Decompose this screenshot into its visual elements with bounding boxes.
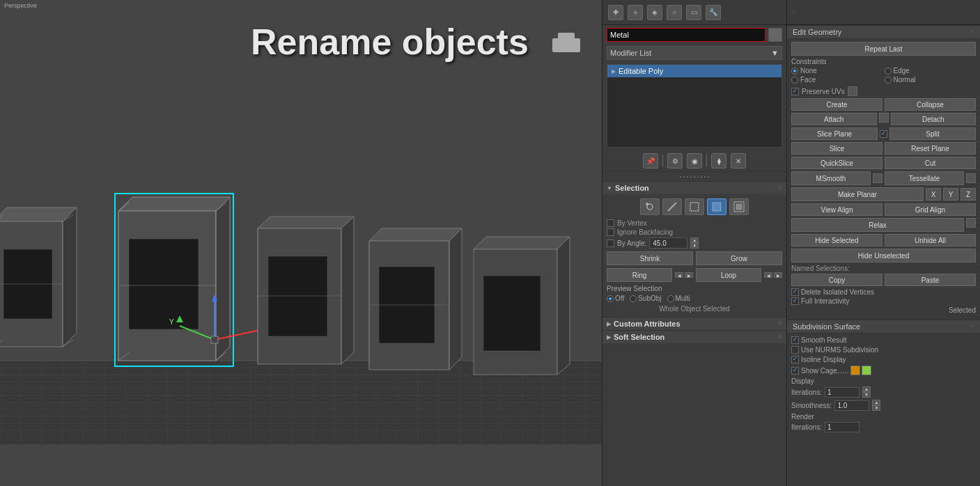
grow-button[interactable]: Grow [696,251,782,265]
ring-prev-icon[interactable]: ◀ [675,272,683,278]
by-angle-input[interactable] [649,237,687,249]
ignore-backfacing-checkbox[interactable] [607,228,614,236]
grid-align-button[interactable]: Grid Align [885,203,976,216]
tessellate-swatch[interactable] [966,173,976,183]
utilities-icon[interactable]: 🔧 [706,5,721,20]
create-geometry-icon[interactable]: ✚ [608,5,623,20]
preserve-uvs-swatch[interactable] [848,86,857,96]
reset-plane-button[interactable]: Reset Plane [885,142,976,155]
tessellate-button[interactable]: Tessellate [885,171,964,185]
motion-icon[interactable]: ○ [667,5,682,20]
split-checkbox[interactable] [880,130,887,138]
by-vertex-checkbox[interactable] [607,219,614,227]
soft-selection-header[interactable]: ▶ Soft Selection ⠿ [602,331,786,343]
x-button[interactable]: X [926,188,941,201]
hide-unselected-button[interactable]: Hide Unselected [791,249,976,262]
cage-color1-swatch[interactable] [850,366,860,375]
preview-multi-item[interactable]: Multi [667,295,690,302]
use-nurms-checkbox[interactable] [791,346,799,354]
pin-icon[interactable]: 📌 [643,153,658,168]
active-shade-icon[interactable]: ◉ [687,153,702,168]
loop-prev-icon[interactable]: ◀ [764,272,772,278]
subdivision-surface-header[interactable]: Subdivision Surface ⠿ [787,320,980,334]
msmooth-swatch[interactable] [873,173,882,183]
preserve-uvs-checkbox[interactable] [791,88,799,95]
preview-multi-radio[interactable] [667,295,674,302]
delete-isolated-checkbox[interactable] [791,288,799,296]
show-cage-checkbox[interactable] [791,367,799,375]
collapse-button[interactable]: Collapse [885,98,976,111]
preview-off-item[interactable]: Off [607,295,624,302]
smooth-result-checkbox[interactable] [791,336,799,344]
loop-button[interactable]: Loop [696,268,761,282]
iterations-down-icon[interactable]: ▼ [862,392,871,398]
render-iterations-input[interactable] [825,422,860,432]
ring-next-icon[interactable]: ▶ [685,272,693,278]
preview-off-radio[interactable] [607,295,614,302]
by-angle-down-icon[interactable]: ▼ [690,243,699,249]
by-angle-up-icon[interactable]: ▲ [690,237,699,243]
attach-swatch[interactable] [879,113,889,123]
by-angle-spinners[interactable]: ▲ ▼ [690,237,699,249]
selection-header[interactable]: ▼ Selection ⠿ [602,182,786,194]
modify-icon[interactable]: ⟡ [628,5,643,20]
view-align-button[interactable]: View Align [791,203,882,216]
relax-button[interactable]: Relax [791,218,964,232]
edge-mode-icon[interactable] [662,198,682,215]
remove-modifier-icon[interactable]: ✕ [731,153,746,168]
quickslice-button[interactable]: QuickSlice [791,157,882,169]
shrink-button[interactable]: Shrink [607,251,693,265]
cage-color2-swatch[interactable] [862,366,871,375]
repeat-last-button[interactable]: Repeat Last [791,42,976,56]
object-name-input[interactable] [607,28,765,42]
configure-modifier-icon[interactable]: ⚙ [667,153,683,168]
make-planar-button[interactable]: Make Planar [791,187,924,201]
attach-button[interactable]: Attach [791,113,877,125]
constraint-edge[interactable]: Edge [885,67,977,75]
modifier-editable-poly[interactable]: ▶ Editable Poly [607,65,781,77]
isoline-checkbox[interactable] [791,356,799,363]
ring-button[interactable]: Ring [607,268,672,282]
msmooth-button[interactable]: MSmooth [791,171,871,185]
unhide-all-button[interactable]: Unhide All [885,234,976,246]
iterations-spinners[interactable]: ▲ ▼ [862,386,871,398]
polygon-mode-icon[interactable] [707,198,726,215]
preview-subobj-item[interactable]: SubObj [630,295,661,302]
color-swatch[interactable] [768,28,782,42]
split-button[interactable]: Split [889,127,976,140]
preview-subobj-radio[interactable] [630,295,637,302]
smoothness-down-icon[interactable]: ▼ [872,405,880,411]
normal-radio[interactable] [885,77,892,84]
edge-radio[interactable] [885,68,892,75]
custom-attributes-header[interactable]: ▶ Custom Attributes ⠿ [602,318,786,330]
cut-button[interactable]: Cut [885,157,976,169]
copy-button[interactable]: Copy [791,274,882,286]
modifier-list-dropdown[interactable]: Modifier List ▼ [607,46,782,60]
slice-plane-button[interactable]: Slice Plane [791,127,878,140]
y-button[interactable]: Y [943,188,958,201]
constraint-normal[interactable]: Normal [885,76,977,84]
iterations-input[interactable] [825,387,860,398]
smoothness-spinners[interactable]: ▲ ▼ [872,400,880,411]
create-button[interactable]: Create [791,98,882,111]
z-button[interactable]: Z [960,188,976,201]
border-mode-icon[interactable] [685,198,704,215]
hide-selected-button[interactable]: Hide Selected [791,234,882,246]
constraint-none[interactable]: None [791,67,883,75]
edit-geometry-header[interactable]: Edit Geometry ⠿ [787,25,980,39]
detach-button[interactable]: Detach [891,113,977,125]
by-angle-checkbox[interactable] [607,240,614,247]
hierarchy-icon[interactable]: ◈ [647,5,662,20]
paste-button[interactable]: Paste [885,274,976,286]
smoothness-up-icon[interactable]: ▲ [872,400,880,405]
face-radio[interactable] [791,77,798,84]
relax-swatch[interactable] [966,218,976,228]
none-radio[interactable] [791,68,798,75]
smoothness-input[interactable] [834,400,869,411]
vertex-mode-icon[interactable] [640,198,660,215]
loop-next-icon[interactable]: ▶ [774,272,782,278]
element-mode-icon[interactable] [729,198,749,215]
make-unique-icon[interactable]: ⧫ [711,153,726,168]
constraint-face[interactable]: Face [791,76,883,84]
full-interactivity-checkbox[interactable] [791,297,799,305]
